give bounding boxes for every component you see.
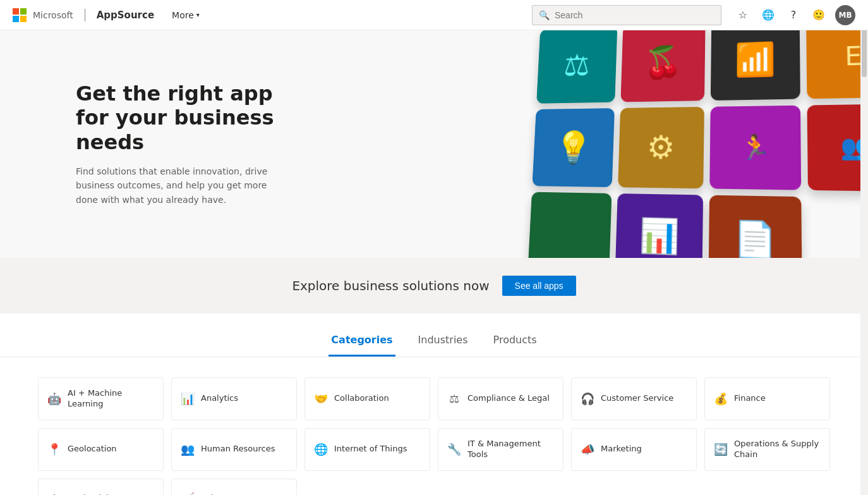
hero-title: Get the right app for your business need… (76, 82, 278, 154)
category-label: Internet of Things (334, 444, 407, 455)
hero-content: Get the right app for your business need… (0, 56, 354, 232)
category-card[interactable]: ⚙ Productivity (38, 479, 164, 495)
logo-blue (13, 16, 19, 22)
category-label: Analytics (201, 393, 238, 404)
category-label: Human Resources (201, 444, 275, 455)
category-icon: 🤖 (47, 392, 61, 405)
category-icon: 🌐 (314, 443, 328, 456)
logo-yellow (20, 16, 27, 22)
search-input[interactable] (555, 10, 714, 20)
category-label: Marketing (601, 444, 642, 455)
category-card[interactable]: 📊 Analytics (171, 377, 297, 420)
category-card[interactable]: 🤝 Collaboration (304, 377, 430, 420)
category-icon: 👥 (181, 443, 195, 456)
favorite-button[interactable]: ☆ (732, 4, 754, 27)
category-card[interactable]: 👥 Human Resources (171, 428, 297, 471)
header: Microsoft AppSource More ▾ 🔍 ☆ 🌐 ? 🙂 MB (0, 0, 868, 30)
key-green (527, 192, 612, 258)
more-menu[interactable]: More ▾ (167, 8, 205, 23)
microsoft-text: Microsoft (33, 10, 73, 20)
category-label: Customer Service (601, 393, 673, 404)
brand-separator (85, 9, 85, 21)
tab-categories[interactable]: Categories (329, 329, 395, 357)
hero-section: Get the right app for your business need… (0, 30, 868, 258)
help-button[interactable]: ? (782, 4, 805, 27)
key-gear: ⚙ (618, 107, 704, 188)
logo-red (13, 8, 19, 15)
category-icon: 🤝 (314, 392, 328, 405)
category-icon: 🔧 (447, 443, 461, 456)
key-purple-chart: 📊 (615, 193, 704, 258)
hero-visual: ⚖ 🍒 📶 E 💡 ⚙ 🏃 👥 📊 📄 (363, 30, 868, 258)
category-icon: 💰 (714, 392, 728, 405)
key-scales: ⚖ (536, 30, 617, 104)
category-icon: ⚖ (447, 392, 461, 405)
search-bar[interactable]: 🔍 (532, 5, 721, 25)
avatar[interactable]: MB (835, 5, 855, 25)
scrollbar[interactable] (860, 0, 868, 495)
key-bulb: 💡 (532, 108, 614, 187)
explore-text: Explore business solutions now (292, 278, 489, 293)
search-icon: 🔍 (539, 10, 550, 20)
category-label: Compliance & Legal (467, 393, 550, 404)
key-group: 👥 (807, 104, 868, 192)
category-label: IT & Management Tools (467, 439, 554, 460)
chevron-down-icon: ▾ (196, 11, 200, 18)
category-icon: ⚙ (47, 492, 61, 495)
keys-grid: ⚖ 🍒 📶 E 💡 ⚙ 🏃 👥 📊 📄 (527, 30, 868, 258)
category-label: Geolocation (68, 444, 117, 455)
category-icon: 📊 (181, 392, 195, 405)
header-actions: ☆ 🌐 ? 🙂 MB (732, 4, 855, 27)
app-name: AppSource (97, 9, 154, 21)
tab-industries[interactable]: Industries (416, 329, 471, 357)
category-icon: 🎧 (581, 392, 594, 405)
category-icon: 🛒 (181, 492, 195, 495)
explore-bar: Explore business solutions now See all a… (0, 258, 868, 314)
category-card[interactable]: 🎧 Customer Service (571, 377, 697, 420)
microsoft-logo (13, 8, 27, 22)
key-letter: E (806, 30, 868, 99)
see-all-button[interactable]: See all apps (502, 276, 576, 296)
category-label: Finance (734, 393, 766, 404)
category-icon: 📣 (581, 443, 594, 456)
categories-section: 🤖 AI + Machine Learning 📊 Analytics 🤝 Co… (0, 357, 868, 495)
key-doc: 📄 (709, 195, 802, 258)
category-label: AI + Machine Learning (68, 388, 154, 410)
feedback-button[interactable]: 🙂 (807, 4, 830, 27)
category-card[interactable]: 💰 Finance (704, 377, 830, 420)
key-person: 🏃 (709, 106, 801, 190)
category-label: Operations & Supply Chain (734, 439, 821, 460)
category-icon: 📍 (47, 443, 61, 456)
tabs-section: Categories Industries Products (0, 314, 868, 357)
category-card[interactable]: 🤖 AI + Machine Learning (38, 377, 164, 420)
category-card[interactable]: 📣 Marketing (571, 428, 697, 471)
category-icon: 🔄 (714, 443, 728, 456)
category-card[interactable]: 🔧 IT & Management Tools (438, 428, 564, 471)
tab-products[interactable]: Products (491, 329, 539, 357)
logo-green (20, 8, 27, 15)
category-label: Collaboration (334, 393, 389, 404)
logo-area: Microsoft AppSource (13, 8, 154, 22)
category-card[interactable]: ⚖ Compliance & Legal (438, 377, 564, 420)
category-card[interactable]: 🛒 Sales (171, 479, 297, 495)
category-card[interactable]: 🔄 Operations & Supply Chain (704, 428, 830, 471)
more-label: More (172, 10, 194, 20)
key-chart: 📶 (711, 30, 800, 101)
key-cherry: 🍒 (620, 30, 705, 102)
globe-button[interactable]: 🌐 (757, 4, 780, 27)
categories-grid: 🤖 AI + Machine Learning 📊 Analytics 🤝 Co… (38, 377, 830, 495)
category-card[interactable]: 🌐 Internet of Things (304, 428, 430, 471)
hero-subtitle: Find solutions that enable innovation, d… (76, 164, 278, 207)
category-card[interactable]: 📍 Geolocation (38, 428, 164, 471)
